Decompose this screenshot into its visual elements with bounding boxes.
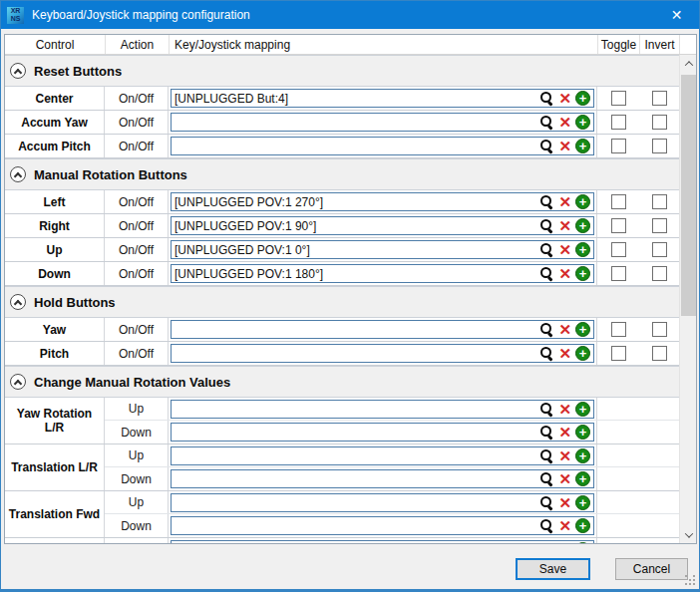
- add-icon[interactable]: +: [575, 402, 590, 417]
- search-icon[interactable]: [539, 518, 554, 533]
- remove-icon[interactable]: ✕: [558, 139, 571, 153]
- mapping-field[interactable]: ✕+: [171, 446, 594, 465]
- toggle-checkbox[interactable]: [611, 242, 626, 257]
- remove-icon[interactable]: ✕: [558, 471, 571, 486]
- remove-icon[interactable]: ✕: [558, 218, 571, 233]
- column-header-action[interactable]: Action: [106, 35, 170, 54]
- mapping-field[interactable]: ✕+: [171, 400, 594, 419]
- mapping-field[interactable]: ✕+: [171, 469, 594, 488]
- search-icon[interactable]: [539, 448, 554, 463]
- add-icon[interactable]: +: [575, 218, 590, 233]
- add-icon[interactable]: +: [575, 194, 590, 209]
- add-icon[interactable]: +: [575, 139, 590, 153]
- toggle-checkbox[interactable]: [611, 266, 626, 281]
- add-icon[interactable]: +: [575, 91, 590, 106]
- invert-checkbox[interactable]: [652, 194, 667, 209]
- collapse-chevron-icon[interactable]: [10, 374, 26, 390]
- search-icon[interactable]: [539, 139, 554, 153]
- remove-icon[interactable]: ✕: [558, 495, 571, 510]
- scroll-up-icon[interactable]: [680, 55, 697, 72]
- add-icon[interactable]: +: [575, 448, 590, 463]
- control-label: Right: [5, 214, 105, 237]
- add-icon[interactable]: +: [575, 242, 590, 257]
- save-button[interactable]: Save: [516, 558, 590, 580]
- search-icon[interactable]: [539, 425, 554, 440]
- column-header-control[interactable]: Control: [5, 35, 106, 54]
- close-button[interactable]: ✕: [654, 1, 699, 29]
- toggle-checkbox[interactable]: [611, 91, 626, 106]
- scroll-down-icon[interactable]: [680, 526, 697, 543]
- invert-checkbox[interactable]: [652, 242, 667, 257]
- toggle-checkbox[interactable]: [611, 218, 626, 233]
- resize-grip[interactable]: [685, 575, 695, 585]
- remove-icon[interactable]: ✕: [558, 448, 571, 463]
- add-icon[interactable]: +: [575, 266, 590, 281]
- invert-checkbox[interactable]: [652, 266, 667, 281]
- remove-icon[interactable]: ✕: [558, 346, 571, 361]
- search-icon[interactable]: [539, 218, 554, 233]
- add-icon[interactable]: +: [575, 495, 590, 510]
- mapping-field[interactable]: ✕+: [171, 540, 594, 543]
- remove-icon[interactable]: ✕: [558, 194, 571, 209]
- remove-icon[interactable]: ✕: [558, 402, 571, 417]
- remove-icon[interactable]: ✕: [558, 91, 571, 106]
- search-icon[interactable]: [539, 402, 554, 417]
- mapping-field[interactable]: ✕+: [171, 344, 594, 363]
- remove-icon[interactable]: ✕: [558, 322, 571, 337]
- mapping-field[interactable]: [UNPLUGGED POV:1 180°]✕+: [171, 264, 594, 283]
- column-header-toggle[interactable]: Toggle: [598, 35, 640, 54]
- search-icon[interactable]: [539, 495, 554, 510]
- mapping-field[interactable]: ✕+: [171, 320, 594, 339]
- toggle-checkbox[interactable]: [611, 139, 626, 153]
- mapping-field[interactable]: ✕+: [171, 137, 594, 155]
- toggle-checkbox[interactable]: [611, 194, 626, 209]
- toggle-checkbox[interactable]: [611, 115, 626, 130]
- search-icon[interactable]: [539, 242, 554, 257]
- invert-checkbox[interactable]: [652, 346, 667, 361]
- vertical-scrollbar[interactable]: [679, 55, 696, 543]
- mapping-field[interactable]: [UNPLUGGED POV:1 0°]✕+: [171, 240, 594, 259]
- search-icon[interactable]: [539, 91, 554, 106]
- remove-icon[interactable]: ✕: [558, 518, 571, 533]
- collapse-chevron-icon[interactable]: [10, 294, 26, 310]
- invert-checkbox[interactable]: [652, 218, 667, 233]
- mapping-field[interactable]: [UNPLUGGED But:4]✕+: [171, 89, 594, 108]
- add-icon[interactable]: +: [575, 346, 590, 361]
- column-header-invert[interactable]: Invert: [640, 35, 680, 54]
- add-icon[interactable]: +: [575, 518, 590, 533]
- remove-icon[interactable]: ✕: [558, 115, 571, 130]
- add-icon[interactable]: +: [575, 542, 590, 543]
- remove-icon[interactable]: ✕: [558, 542, 571, 543]
- invert-checkbox[interactable]: [652, 322, 667, 337]
- invert-checkbox[interactable]: [652, 115, 667, 130]
- invert-checkbox[interactable]: [652, 139, 667, 153]
- toggle-checkbox[interactable]: [611, 322, 626, 337]
- remove-icon[interactable]: ✕: [558, 425, 571, 440]
- search-icon[interactable]: [539, 266, 554, 281]
- mapping-field[interactable]: ✕+: [171, 516, 594, 535]
- column-header-mapping[interactable]: Key/Joystick mapping: [170, 35, 598, 54]
- mapping-field[interactable]: ✕+: [171, 113, 594, 132]
- remove-icon[interactable]: ✕: [558, 242, 571, 257]
- mapping-field[interactable]: ✕+: [171, 493, 594, 512]
- remove-icon[interactable]: ✕: [558, 266, 571, 281]
- scrollbar-thumb[interactable]: [681, 75, 696, 316]
- add-icon[interactable]: +: [575, 425, 590, 440]
- add-icon[interactable]: +: [575, 322, 590, 337]
- search-icon[interactable]: [539, 115, 554, 130]
- mapping-field[interactable]: [UNPLUGGED POV:1 90°]✕+: [171, 216, 594, 235]
- mapping-field[interactable]: [UNPLUGGED POV:1 270°]✕+: [171, 192, 594, 211]
- cancel-button[interactable]: Cancel: [615, 558, 688, 580]
- mapping-field[interactable]: ✕+: [171, 423, 594, 442]
- search-icon[interactable]: [539, 322, 554, 337]
- search-icon[interactable]: [539, 471, 554, 486]
- search-icon[interactable]: [539, 542, 554, 543]
- add-icon[interactable]: +: [575, 471, 590, 486]
- toggle-checkbox[interactable]: [611, 346, 626, 361]
- search-icon[interactable]: [539, 346, 554, 361]
- invert-checkbox[interactable]: [652, 91, 667, 106]
- collapse-chevron-icon[interactable]: [10, 63, 26, 79]
- search-icon[interactable]: [539, 194, 554, 209]
- collapse-chevron-icon[interactable]: [10, 166, 26, 182]
- add-icon[interactable]: +: [575, 115, 590, 130]
